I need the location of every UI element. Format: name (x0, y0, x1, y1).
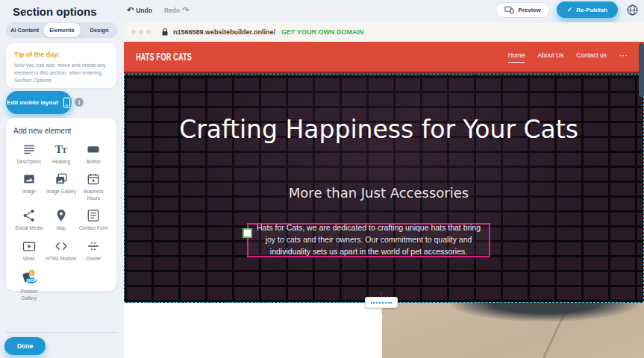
hero-body-text: Hats for Cats, we are dedicated to craft… (256, 222, 481, 257)
undo-icon: ↶ (127, 5, 134, 15)
add-element-panel: Add new element Description TT Heading B… (6, 118, 116, 291)
done-button[interactable]: Done (4, 337, 46, 355)
hero-subtitle[interactable]: More than Just Accessories (125, 185, 633, 201)
cat-photo-image (382, 303, 644, 358)
element-button[interactable]: Button (78, 142, 109, 165)
arrow-down-icon: ↓ (380, 308, 384, 313)
svg-text:SHOP: SHOP (26, 279, 36, 283)
devices-icon (504, 6, 514, 14)
dotted-grip-icon (371, 302, 392, 304)
lock-icon (161, 28, 169, 37)
nav-home[interactable]: Home (508, 51, 525, 63)
get-own-domain-link[interactable]: GET YOUR OWN DOMAIN (281, 28, 363, 36)
undo-button[interactable]: ↶Undo (127, 5, 152, 15)
info-icon[interactable]: i (75, 98, 84, 107)
phone-icon (63, 97, 71, 108)
map-pin-icon (54, 208, 69, 223)
hero-textbox-selected[interactable]: Hats for Cats, we are dedicated to craft… (247, 223, 490, 257)
description-icon (22, 142, 37, 157)
edit-mobile-layout-button[interactable]: Edit mobile layout (6, 91, 72, 114)
scrollbar-thumb[interactable] (639, 43, 644, 97)
element-contact-form[interactable]: Contact Form (78, 208, 109, 231)
image-gallery-icon (54, 172, 69, 186)
element-map[interactable]: Map (46, 208, 76, 231)
element-html-module[interactable]: HTML Module (46, 239, 76, 262)
video-icon (22, 239, 37, 254)
nav-more-icon[interactable]: ⋯ (619, 55, 628, 58)
element-divider[interactable]: Divider (78, 239, 109, 262)
site-url: n1566589.websitebuilder.online/ (173, 28, 275, 36)
image-icon (22, 172, 37, 186)
element-heading[interactable]: TT Heading (46, 142, 76, 165)
add-element-title: Add new element (13, 127, 109, 135)
check-icon: ✓ (567, 6, 573, 13)
topbar-actions: Preview ✓ Re-Publish (495, 1, 640, 18)
tab-elements[interactable]: Elements (43, 23, 81, 37)
hero-section[interactable]: Crafting Happiness for Your Cats More th… (124, 74, 644, 303)
undo-label: Undo (136, 7, 152, 14)
language-globe-button[interactable] (625, 2, 640, 17)
site-nav: Home About Us Contact us ⋯ (508, 51, 628, 63)
preview-button[interactable]: Preview (495, 2, 549, 18)
nav-contact-us[interactable]: Contact us (576, 51, 607, 62)
element-image-gallery[interactable]: Image Gallery (46, 172, 76, 201)
globe-icon (626, 4, 639, 16)
preview-label: Preview (518, 7, 540, 13)
divider-icon (86, 239, 101, 254)
app-window: Section options ↶Undo Redo↷ Preview ✓ Re… (0, 0, 644, 358)
sidebar-divider (6, 332, 116, 333)
element-drag-handle[interactable] (243, 228, 252, 238)
tip-title: Tip of the day: (14, 51, 108, 58)
browser-bar: n1566589.websitebuilder.online/ GET YOUR… (124, 22, 644, 42)
arrow-up-icon: ↑ (380, 292, 384, 297)
tab-design[interactable]: Design (81, 23, 118, 37)
button-icon (86, 142, 101, 157)
element-image[interactable]: Image (13, 172, 44, 201)
window-dots-icon (131, 30, 151, 34)
tab-ai-content[interactable]: AI Content (6, 23, 43, 37)
social-media-icon (22, 208, 37, 223)
republish-label: Re-Publish (576, 7, 607, 13)
tip-body: Now you can add, move and resize any ele… (14, 62, 108, 84)
redo-button[interactable]: Redo↷ (164, 5, 189, 15)
republish-button[interactable]: ✓ Re-Publish (557, 1, 618, 18)
section-resize-control: ↑ ↓ (365, 292, 398, 314)
product-gallery-icon: $SHOP (19, 268, 39, 286)
site-logo[interactable]: HATS FOR CATS (136, 51, 192, 63)
redo-label: Redo (164, 7, 180, 14)
preview-scrollbar[interactable] (639, 42, 644, 358)
business-hours-icon (86, 172, 101, 186)
tip-of-the-day-card: Tip of the day: Now you can add, move an… (6, 43, 116, 88)
element-business-hours[interactable]: Business Hours (78, 172, 109, 201)
nav-about-us[interactable]: About Us (537, 51, 563, 62)
sidebar-tabs: AI Content Elements Design (6, 22, 118, 38)
site-header: HATS FOR CATS Home About Us Contact us ⋯ (124, 42, 644, 74)
undo-redo-group: ↶Undo Redo↷ (127, 5, 189, 15)
element-product-gallery[interactable]: $SHOP Product Gallery (13, 268, 44, 301)
edit-mobile-label: Edit mobile layout (7, 99, 58, 106)
element-grid: Description TT Heading Button Image Imag… (13, 142, 109, 301)
element-description[interactable]: Description (13, 142, 44, 165)
hero-title[interactable]: Crafting Happiness for Your Cats (125, 113, 633, 146)
html-module-icon (54, 239, 69, 254)
element-video[interactable]: Video (13, 239, 44, 262)
svg-text:T: T (62, 145, 68, 154)
contact-form-icon (86, 208, 101, 223)
heading-icon: TT (54, 142, 69, 157)
element-social-media[interactable]: Social Media (13, 208, 44, 231)
redo-icon: ↷ (182, 5, 189, 15)
page-title: Section options (13, 5, 97, 18)
